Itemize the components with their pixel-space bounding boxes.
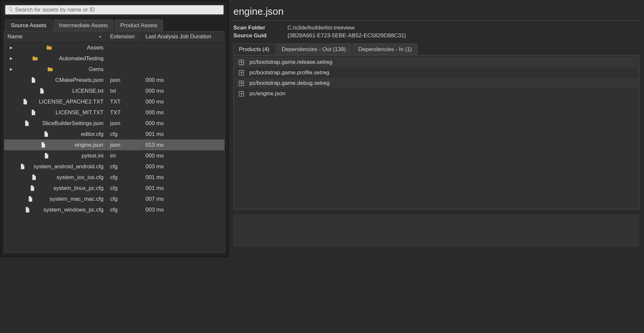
detail-title: engine.json [233,3,639,21]
row-name: LICENSE_MIT.TXT [56,109,104,116]
row-extension [107,42,142,53]
detail-tab[interactable]: Products (4) [233,44,275,55]
products-list: pc/bootstrap.game.release.setregpc/boots… [233,55,639,210]
bottom-panel [233,214,639,247]
product-icon [239,81,244,86]
row-name: Gems [89,66,104,73]
tree-file-row[interactable]: editor.cfgcfg001 ms [4,129,224,139]
row-duration: 001 ms [142,129,224,139]
file-icon [25,207,30,213]
row-duration: 003 ms [142,161,224,172]
expander-icon[interactable]: ▶ [9,67,13,71]
row-name: AutomatedTesting [59,55,104,62]
row-name: system_linux_pc.cfg [53,185,104,192]
tree-folder-row[interactable]: ▶Gems [4,64,224,75]
row-duration: 000 ms [142,75,224,85]
meta-source-guid: Source Guid {3B28A661-E723-5EBE-AB52-EC5… [233,32,639,40]
product-row[interactable]: pc/bootstrap.game.debug.setreg [235,78,637,88]
detail-tab[interactable]: Dependencies - In (1) [353,44,417,55]
product-icon [239,91,244,97]
row-extension: txt [107,85,142,96]
expander-icon[interactable]: ▶ [9,46,13,50]
detail-tab[interactable]: Dependencies - Out (139) [276,44,352,55]
row-name: system_ios_ios.cfg [56,174,104,181]
product-icon [239,60,244,65]
row-name: LICENSE.txt [72,88,104,94]
file-icon [29,185,35,191]
file-icon [20,164,26,170]
left-panel: Source AssetsIntermediate AssetsProduct … [0,0,229,257]
tree-file-row[interactable]: system_linux_pc.cfgcfg001 ms [4,183,224,194]
row-name: pytest.ini [82,153,104,159]
product-icon [239,70,244,76]
product-path: pc/bootstrap.game.debug.setreg [249,80,330,86]
folder-icon [32,56,38,62]
tree-file-row[interactable]: pytest.iniini000 ms [4,150,224,161]
tree-file-row[interactable]: SliceBuilderSettings.jsonjson000 ms [4,118,224,129]
column-extension[interactable]: Extension [107,31,142,42]
file-icon [44,153,49,159]
product-path: pc/bootstrap.game.profile.setreg [249,69,329,76]
tree-file-row[interactable]: system_mac_mac.cfgcfg007 ms [4,194,224,204]
product-row[interactable]: pc/bootstrap.game.profile.setreg [235,67,637,78]
row-duration [142,53,224,64]
row-name: engine.json [75,142,103,148]
tree-file-row[interactable]: system_ios_ios.cfgcfg001 ms [4,172,224,183]
search-box[interactable] [5,5,224,14]
row-extension: cfg [107,183,142,194]
meta-scan-folder: Scan Folder C:/o3de/builderlist-treeview [233,24,639,32]
asset-tree: Name ▼ Extension Last Analysis Job Durat… [4,31,225,253]
row-name: system_mac_mac.cfg [50,196,104,202]
row-extension: json [107,75,142,85]
row-name: Assets [87,45,104,51]
row-extension: cfg [107,172,142,183]
folder-icon [46,45,52,51]
file-icon [40,142,46,148]
left-tab[interactable]: Intermediate Assets [53,20,113,31]
search-icon [8,7,15,13]
row-duration: 000 ms [142,96,224,107]
right-panel: engine.json Scan Folder C:/o3de/builderl… [229,0,644,257]
tree-file-row[interactable]: system_windows_pc.cfgcfg003 ms [4,204,224,215]
row-name: SliceBuilderSettings.json [42,120,104,127]
file-icon [43,131,49,137]
row-extension: ini [107,150,142,161]
file-icon [39,88,45,94]
row-duration: 001 ms [142,183,224,194]
tree-file-row[interactable]: LICENSE_MIT.TXTTXT000 ms [4,107,224,118]
tree-file-row[interactable]: engine.jsonjson013 ms [4,139,224,150]
folder-icon [47,66,53,72]
product-row[interactable]: pc/engine.json [235,88,637,99]
row-extension: TXT [107,96,142,107]
row-extension: cfg [107,204,142,215]
tree-folder-row[interactable]: ▶Assets [4,42,224,53]
tree-file-row[interactable]: system_android_android.cfgcfg003 ms [4,161,224,172]
row-name: LICENSE_APACHE2.TXT [39,99,104,105]
tree-file-row[interactable]: CMakePresets.jsonjson000 ms [4,75,224,85]
row-duration: 000 ms [142,118,224,129]
row-extension: cfg [107,161,142,172]
expander-icon[interactable]: ▶ [9,56,13,61]
tree-file-row[interactable]: LICENSE_APACHE2.TXTTXT000 ms [4,96,224,107]
row-duration: 000 ms [142,85,224,96]
search-input[interactable] [15,7,221,13]
tree-file-row[interactable]: LICENSE.txttxt000 ms [4,85,224,96]
left-tab[interactable]: Product Assets [115,20,163,31]
file-icon [31,175,37,180]
row-duration: 001 ms [142,172,224,183]
column-duration[interactable]: Last Analysis Job Duration [142,31,224,42]
row-extension: TXT [107,107,142,118]
tree-folder-row[interactable]: ▶AutomatedTesting [4,53,224,64]
row-extension: cfg [107,194,142,204]
column-name[interactable]: Name ▼ [4,31,107,42]
row-duration: 003 ms [142,204,224,215]
product-row[interactable]: pc/bootstrap.game.release.setreg [235,57,637,67]
row-duration: 000 ms [142,107,224,118]
left-tab[interactable]: Source Assets [5,20,52,31]
row-extension: json [107,118,142,129]
row-duration [142,64,224,75]
row-extension [107,53,142,64]
file-icon [22,99,28,105]
row-name: system_android_android.cfg [33,163,104,170]
file-icon [24,120,30,126]
